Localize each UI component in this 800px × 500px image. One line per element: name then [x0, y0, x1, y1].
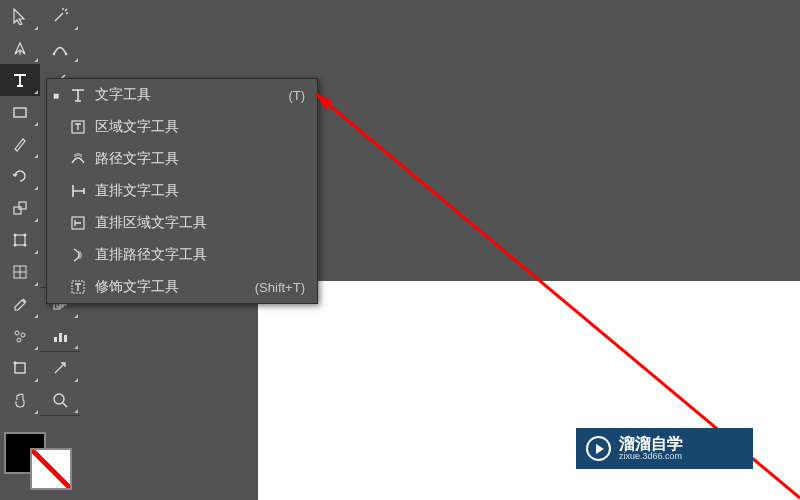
flyout-item-area-type[interactable]: 区域文字工具 — [47, 111, 317, 143]
flyout-label: 直排路径文字工具 — [91, 246, 305, 264]
flyout-label: 直排文字工具 — [91, 182, 305, 200]
tool-rotate[interactable] — [0, 160, 40, 192]
tool-zoom[interactable] — [40, 384, 80, 416]
svg-point-12 — [24, 244, 27, 247]
type-icon — [65, 87, 91, 103]
svg-point-24 — [15, 331, 19, 335]
area-type-icon — [65, 119, 91, 135]
tool-paintbrush[interactable] — [0, 128, 40, 160]
tool-scale[interactable] — [0, 192, 40, 224]
tool-type[interactable] — [0, 64, 40, 96]
svg-rect-8 — [15, 235, 25, 245]
tool-rectangle[interactable] — [0, 96, 40, 128]
svg-rect-30 — [15, 363, 25, 373]
flyout-item-touch-type[interactable]: 修饰文字工具 (Shift+T) — [47, 271, 317, 303]
flyout-label: 区域文字工具 — [91, 118, 305, 136]
type-tool-flyout: ■ 文字工具 (T) 区域文字工具 路径文字工具 直排文字工具 直排区域文字工具… — [46, 78, 318, 304]
watermark-url: zixue.3d66.com — [619, 452, 683, 462]
play-icon — [586, 436, 611, 461]
flyout-item-vertical-area-type[interactable]: 直排区域文字工具 — [47, 207, 317, 239]
flyout-item-vertical-type[interactable]: 直排文字工具 — [47, 175, 317, 207]
flyout-label: 直排区域文字工具 — [91, 214, 305, 232]
vertical-path-type-icon — [65, 247, 91, 263]
svg-point-26 — [17, 338, 21, 342]
svg-rect-7 — [19, 202, 26, 209]
watermark: 溜溜自学 zixue.3d66.com — [576, 428, 753, 469]
tool-mesh[interactable] — [0, 256, 40, 288]
flyout-shortcut: (T) — [288, 88, 305, 103]
flyout-item-path-type[interactable]: 路径文字工具 — [47, 143, 317, 175]
selected-mark-icon: ■ — [47, 90, 65, 101]
watermark-title: 溜溜自学 — [619, 435, 683, 453]
svg-rect-27 — [54, 337, 57, 342]
color-swatches[interactable] — [2, 430, 74, 482]
flyout-label: 路径文字工具 — [91, 150, 305, 168]
flyout-label: 文字工具 — [91, 86, 288, 104]
flyout-shortcut: (Shift+T) — [255, 280, 305, 295]
flyout-item-vertical-path-type[interactable]: 直排路径文字工具 — [47, 239, 317, 271]
tool-hand[interactable] — [0, 384, 40, 416]
touch-type-icon — [65, 279, 91, 295]
tool-direct-selection[interactable] — [0, 0, 40, 32]
tool-eyedropper[interactable] — [0, 288, 40, 320]
svg-rect-6 — [14, 207, 21, 214]
svg-point-33 — [54, 394, 64, 404]
flyout-label: 修饰文字工具 — [91, 278, 255, 296]
tool-slice[interactable] — [40, 352, 80, 384]
tool-curvature[interactable] — [40, 32, 80, 64]
svg-rect-28 — [59, 333, 62, 342]
flyout-item-type[interactable]: ■ 文字工具 (T) — [47, 79, 317, 111]
tool-symbol-sprayer[interactable] — [0, 320, 40, 352]
tool-free-transform[interactable] — [0, 224, 40, 256]
path-type-icon — [65, 151, 91, 167]
tool-artboard[interactable] — [0, 352, 40, 384]
svg-rect-29 — [64, 335, 67, 342]
svg-line-34 — [63, 403, 67, 407]
svg-point-9 — [14, 234, 17, 237]
svg-point-25 — [21, 333, 25, 337]
svg-point-1 — [65, 53, 68, 56]
svg-point-0 — [53, 53, 56, 56]
svg-point-11 — [14, 244, 17, 247]
tool-column-graph[interactable] — [40, 320, 80, 352]
tool-magic-wand[interactable] — [40, 0, 80, 32]
tool-pen[interactable] — [0, 32, 40, 64]
svg-rect-3 — [14, 108, 26, 117]
vertical-type-icon — [65, 183, 91, 199]
stroke-swatch[interactable] — [30, 448, 72, 490]
svg-rect-16 — [14, 266, 26, 278]
svg-point-10 — [24, 234, 27, 237]
vertical-area-type-icon — [65, 215, 91, 231]
